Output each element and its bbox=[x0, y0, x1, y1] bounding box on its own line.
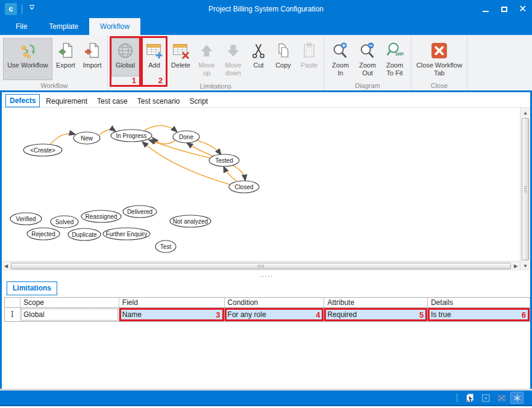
diagram-node-tested[interactable]: Tested bbox=[209, 154, 239, 166]
diagram-node-rejected[interactable]: Rejected bbox=[27, 228, 60, 240]
diagram-node-delivered[interactable]: Delivered bbox=[123, 206, 157, 218]
tab-defects[interactable]: Defects bbox=[5, 94, 40, 107]
horizontal-scrollbar[interactable]: ◀ ▶ bbox=[2, 261, 520, 271]
tab-script[interactable]: Script bbox=[186, 95, 211, 107]
status-bar bbox=[0, 391, 532, 406]
diagram-edge-create-new[interactable] bbox=[50, 134, 75, 145]
annotation-number-2: 2 bbox=[143, 77, 166, 85]
paste-button[interactable]: Paste bbox=[296, 38, 322, 80]
frame-x-icon[interactable] bbox=[479, 392, 492, 404]
diagram-node-notanalyzed[interactable]: Not analyzed bbox=[170, 215, 211, 227]
use-workflow-button[interactable]: Use Workflow bbox=[3, 38, 52, 80]
diagram-edge-done-tested[interactable] bbox=[197, 140, 221, 155]
menu-tab-workflow[interactable]: Workflow bbox=[89, 18, 140, 35]
zoom-in-button[interactable]: Zoom In bbox=[326, 38, 355, 80]
diagram-edge-inprogress-done[interactable] bbox=[145, 125, 177, 132]
header-scope[interactable]: Scope bbox=[20, 298, 119, 308]
export-button[interactable]: Export bbox=[52, 38, 79, 80]
diagram-node-new[interactable]: New bbox=[74, 132, 100, 144]
cut-button[interactable]: Cut bbox=[247, 38, 270, 80]
cell-details[interactable]: Is true 6 bbox=[428, 308, 530, 322]
diagram-node-label: Reassigned bbox=[86, 213, 117, 220]
diagram-edge-done-inprogress[interactable] bbox=[152, 137, 175, 144]
header-field[interactable]: Field bbox=[119, 298, 225, 308]
menu-tab-template[interactable]: Template bbox=[38, 18, 89, 35]
maximize-button[interactable] bbox=[495, 0, 513, 18]
workflow-icon bbox=[19, 40, 37, 61]
cell-attribute[interactable]: Required 5 bbox=[324, 308, 428, 322]
move-up-button[interactable]: Move up bbox=[194, 38, 219, 80]
close-tab-icon bbox=[430, 40, 448, 61]
header-row-selector[interactable] bbox=[5, 298, 20, 308]
tab-test-scenario[interactable]: Test scenario bbox=[134, 95, 184, 107]
diagram-node-duplicate[interactable]: Duplicate bbox=[68, 228, 101, 240]
diagram-node-done[interactable]: Done bbox=[173, 131, 199, 143]
diagram-node-label: Verified bbox=[16, 216, 36, 222]
diagram-edge-closed-tested[interactable] bbox=[224, 166, 237, 181]
global-button[interactable]: Global bbox=[111, 38, 139, 77]
header-attribute[interactable]: Attribute bbox=[324, 298, 428, 308]
zoom-out-icon bbox=[358, 40, 377, 61]
copy-button[interactable]: Copy bbox=[270, 38, 296, 80]
scroll-left-icon[interactable]: ◀ bbox=[2, 262, 10, 271]
mail-x-icon[interactable] bbox=[495, 392, 508, 404]
diagram-node-test[interactable]: Test bbox=[155, 240, 176, 253]
diagram-node-solved[interactable]: Solved bbox=[51, 216, 78, 228]
add-button[interactable]: Add bbox=[143, 38, 166, 77]
statusbar-separator bbox=[457, 394, 457, 402]
workflow-diagram-canvas[interactable]: <Create>NewIn ProgressDoneTestedClosedVe… bbox=[2, 108, 520, 261]
cell-condition[interactable]: For any role 4 bbox=[225, 308, 325, 322]
import-button[interactable]: Import bbox=[79, 38, 105, 80]
diagram-node-furtherenquiry[interactable]: Further Enquiry bbox=[103, 228, 150, 240]
scroll-up-icon[interactable]: ▲ bbox=[521, 108, 530, 118]
header-condition[interactable]: Condition bbox=[225, 298, 325, 308]
arrow-down-icon bbox=[225, 40, 242, 61]
diagram-node-create[interactable]: <Create> bbox=[23, 144, 62, 156]
tab-limitations[interactable]: Limitations bbox=[7, 281, 57, 295]
minimize-button[interactable] bbox=[476, 0, 495, 18]
ribbon-spacer bbox=[468, 35, 532, 90]
delete-button[interactable]: Delete bbox=[167, 38, 194, 80]
vertical-scroll-thumb[interactable] bbox=[522, 118, 529, 260]
add-label: Add bbox=[148, 61, 160, 69]
cell-scope[interactable]: Global bbox=[20, 308, 119, 322]
diagram-node-label: Duplicate bbox=[72, 231, 97, 238]
diagram-node-label: Tested bbox=[215, 157, 233, 164]
ribbon-group-limitations: Global 1 Add bbox=[108, 35, 324, 90]
pages-cursor-icon[interactable] bbox=[463, 392, 477, 404]
diagram-node-inprogress[interactable]: In Progress bbox=[111, 130, 152, 142]
move-down-button[interactable]: Move down bbox=[219, 38, 247, 80]
scroll-down-icon[interactable]: ▼ bbox=[521, 261, 530, 271]
close-button[interactable]: ✕ bbox=[513, 0, 532, 18]
scroll-right-icon[interactable]: ▶ bbox=[512, 262, 520, 271]
tab-test-case[interactable]: Test case bbox=[93, 95, 131, 107]
diagram-edge-tested-closed[interactable] bbox=[232, 165, 245, 181]
ribbon-group-workflow: Use Workflow Export bbox=[1, 35, 108, 90]
horizontal-scroll-thumb[interactable] bbox=[11, 263, 511, 269]
cell-field[interactable]: Name 3 bbox=[119, 308, 225, 322]
menu-tab-file[interactable]: File bbox=[5, 18, 38, 35]
main-content: Defects Requirement Test case Test scena… bbox=[0, 92, 532, 389]
ribbon-group-label-close: Close bbox=[413, 81, 465, 90]
diagram-node-label: Test bbox=[160, 243, 172, 250]
close-workflow-tab-label: Close Workflow Tab bbox=[416, 61, 463, 77]
diagram-node-reassigned[interactable]: Reassigned bbox=[81, 210, 121, 222]
vertical-scrollbar[interactable]: ▲ ▼ bbox=[520, 108, 530, 271]
snowflake-icon[interactable] bbox=[510, 392, 524, 404]
tab-requirement[interactable]: Requirement bbox=[42, 95, 91, 107]
close-workflow-tab-button[interactable]: Close Workflow Tab bbox=[413, 38, 465, 80]
diagram-node-verified[interactable]: Verified bbox=[10, 213, 42, 225]
row-indicator[interactable]: I bbox=[5, 308, 20, 322]
zoom-to-fit-button[interactable]: 100% Zoom To Fit bbox=[380, 38, 409, 80]
annotation-box-2: Add 2 bbox=[141, 36, 167, 87]
cell-attribute-value: Required bbox=[327, 310, 357, 319]
panel-splitter[interactable]: ····· bbox=[2, 271, 530, 281]
cell-details-value: Is true bbox=[431, 310, 451, 319]
table-add-icon bbox=[145, 40, 163, 61]
zoom-out-button[interactable]: Zoom Out bbox=[355, 38, 380, 80]
close-icon: ✕ bbox=[519, 4, 527, 14]
header-details[interactable]: Details bbox=[428, 298, 530, 308]
diagram-node-closed[interactable]: Closed bbox=[229, 181, 259, 193]
diagram-node-label: In Progress bbox=[116, 133, 146, 139]
diagram-node-label: Rejected bbox=[31, 231, 55, 237]
